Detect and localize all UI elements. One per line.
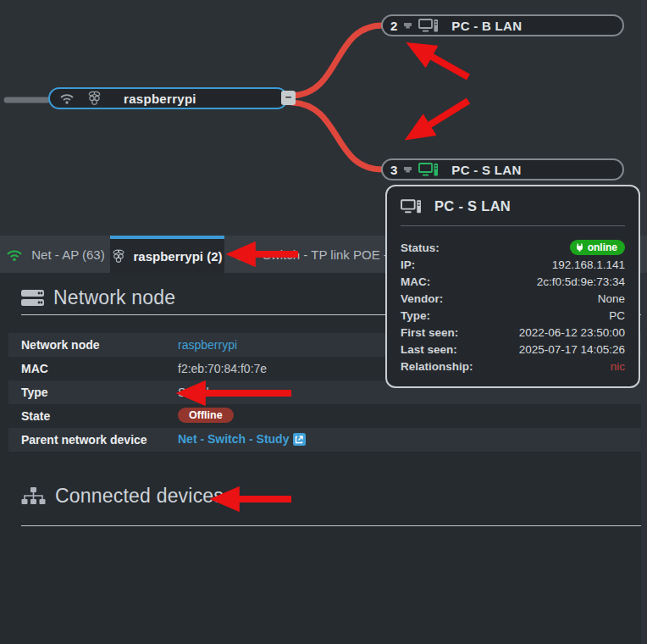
switch-icon bbox=[236, 248, 255, 261]
tooltip-row: Relationship:nic bbox=[401, 358, 625, 375]
tab-label: raspberrypi (2) bbox=[133, 249, 222, 264]
row-label: MAC bbox=[21, 362, 48, 375]
row-label: Parent network device bbox=[21, 433, 147, 447]
wifi-icon bbox=[58, 92, 75, 105]
plug-icon bbox=[576, 243, 583, 252]
tab-label: Switch - TP link POE - Kitc bbox=[263, 247, 399, 262]
section-title: Connected devices bbox=[55, 485, 224, 508]
desktop-pc-icon bbox=[418, 163, 439, 177]
wifi-icon bbox=[5, 247, 24, 262]
raspberrypi-icon bbox=[112, 249, 125, 264]
port-number: 3 bbox=[390, 163, 397, 177]
desktop-pc-icon bbox=[418, 19, 439, 33]
topology-node-label: PC - S LAN bbox=[451, 163, 521, 177]
sitemap-icon bbox=[21, 487, 46, 506]
row-label: State bbox=[21, 409, 50, 423]
topology-node-label: raspberrypi bbox=[124, 92, 196, 106]
network-topology-page: raspberrypi − 2 PC - B LAN 3 bbox=[0, 0, 647, 644]
divider bbox=[21, 525, 641, 526]
external-link-icon bbox=[293, 433, 306, 446]
online-badge: online bbox=[570, 240, 625, 255]
tooltip-row: Status: online bbox=[401, 239, 625, 256]
port-number: 2 bbox=[390, 19, 397, 33]
tooltip-row: Last seen:2025-07-17 14:05:26 bbox=[401, 341, 625, 358]
ethernet-port-icon bbox=[403, 22, 412, 30]
desktop-pc-icon bbox=[401, 199, 422, 214]
device-tooltip: PC - S LAN Status: online IP:192.168.1.1… bbox=[385, 185, 640, 388]
server-icon bbox=[21, 289, 44, 307]
ethernet-port-icon bbox=[403, 166, 412, 174]
tooltip-row: IP:192.168.1.141 bbox=[401, 256, 625, 273]
tab-net-ap[interactable]: Net - AP (63) bbox=[0, 236, 110, 273]
tab-raspberrypi[interactable]: raspberrypi (2) bbox=[110, 236, 224, 273]
tab-label: Net - AP (63) bbox=[31, 247, 104, 262]
parent-device-link[interactable]: Net - Switch - Study bbox=[178, 432, 306, 446]
tooltip-row: First seen:2022-06-12 23:50:00 bbox=[401, 324, 625, 341]
network-node-link[interactable]: raspberrypi bbox=[178, 338, 237, 352]
section-title: Network node bbox=[53, 286, 175, 309]
row-label: Type bbox=[21, 386, 48, 399]
mac-value: f2:eb:70:84:f0:7e bbox=[178, 362, 267, 375]
collapse-node-button[interactable]: − bbox=[281, 91, 296, 105]
raspberrypi-icon bbox=[87, 91, 102, 106]
table-row: State Offline bbox=[8, 404, 641, 428]
tab-switch-tp-link[interactable]: Switch - TP link POE - Kitc bbox=[224, 236, 399, 273]
topology-node-pc-s-lan[interactable]: 3 PC - S LAN bbox=[381, 158, 624, 180]
type-value: Switch bbox=[178, 386, 213, 399]
topology-node-pc-b-lan[interactable]: 2 PC - B LAN bbox=[381, 14, 624, 36]
tooltip-row: Type:PC bbox=[401, 307, 625, 324]
connected-devices-section-header: Connected devices bbox=[21, 485, 224, 508]
status-badge: Offline bbox=[178, 408, 234, 423]
parent-device-label: Net - Switch - Study bbox=[178, 432, 289, 446]
network-node-section-header: Network node bbox=[21, 286, 175, 309]
divider bbox=[401, 225, 625, 226]
tooltip-title: PC - S LAN bbox=[434, 198, 511, 214]
scrollbar[interactable] bbox=[641, 0, 647, 644]
tooltip-row: Vendor:None bbox=[401, 290, 625, 307]
tooltip-row: MAC:2c:f0:5d:9e:73:34 bbox=[401, 273, 625, 290]
topology-node-label: PC - B LAN bbox=[451, 19, 522, 33]
row-label: Network node bbox=[21, 338, 100, 352]
topology-node-raspberrypi[interactable]: raspberrypi bbox=[48, 87, 288, 109]
table-row: Parent network device Net - Switch - Stu… bbox=[8, 428, 641, 452]
